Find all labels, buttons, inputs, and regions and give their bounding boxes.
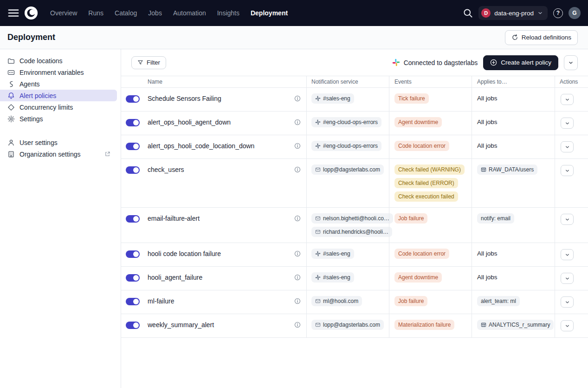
alert-policy-row: hooli code location failure#sales-engCod… bbox=[121, 243, 588, 267]
name-cell: Schedule Sensors Failing bbox=[144, 88, 306, 111]
applies-to-text: All jobs bbox=[477, 250, 498, 257]
reload-definitions-label: Reload definitions bbox=[522, 34, 571, 41]
events-cell: Check failed (WARNING)Check failed (ERRO… bbox=[389, 159, 472, 207]
actions-cell bbox=[555, 159, 588, 207]
chevron-down-icon bbox=[565, 276, 570, 281]
policy-enabled-toggle[interactable] bbox=[126, 95, 140, 103]
sidebar-item-environment-variables[interactable]: Environment variables bbox=[0, 66, 117, 78]
slack-channel-tag: #eng-cloud-ops-errors bbox=[311, 141, 381, 151]
sidebar-item-alert-policies[interactable]: Alert policies bbox=[0, 90, 117, 101]
table-icon bbox=[481, 167, 486, 172]
bell-icon bbox=[7, 92, 15, 99]
slack-gray-icon bbox=[315, 251, 321, 256]
slack-icon bbox=[392, 59, 400, 66]
sidebar-item-label: Agents bbox=[19, 80, 40, 88]
folder-icon bbox=[7, 57, 15, 65]
user-avatar[interactable]: G bbox=[569, 7, 581, 19]
row-actions-button[interactable] bbox=[561, 94, 574, 105]
info-icon[interactable] bbox=[294, 166, 301, 173]
workspace-switcher[interactable]: D data-eng-prod bbox=[478, 6, 548, 20]
policy-name: email-failture-alert bbox=[148, 215, 200, 222]
name-cell: ml-failure bbox=[144, 290, 306, 314]
filter-button[interactable]: Filter bbox=[131, 56, 166, 69]
info-icon[interactable] bbox=[294, 119, 301, 125]
header-toggle bbox=[121, 76, 144, 87]
slack-connection-status: Connected to dagsterlabs bbox=[392, 59, 478, 66]
more-options-button[interactable] bbox=[564, 55, 578, 70]
policy-enabled-toggle[interactable] bbox=[126, 322, 140, 329]
row-actions-button[interactable] bbox=[561, 118, 574, 129]
email-tag: ml@hooli.com bbox=[311, 296, 362, 306]
nav-item-deployment[interactable]: Deployment bbox=[246, 7, 292, 20]
nav-item-jobs[interactable]: Jobs bbox=[143, 7, 167, 20]
events-cell: Job failure bbox=[389, 290, 472, 314]
row-actions-button[interactable] bbox=[561, 214, 574, 225]
slack-channel-tag: #eng-cloud-ops-errors bbox=[311, 117, 381, 127]
header-events: Events bbox=[389, 76, 472, 87]
notification-service-cell: ml@hooli.com bbox=[306, 290, 389, 314]
sidebar-item-code-locations[interactable]: Code locations bbox=[0, 55, 117, 66]
sidebar-footer-group: User settingsOrganization settings bbox=[0, 137, 121, 160]
info-icon[interactable] bbox=[294, 298, 301, 304]
row-actions-button[interactable] bbox=[561, 165, 574, 176]
info-icon[interactable] bbox=[294, 95, 301, 102]
event-tag: Job failure bbox=[394, 213, 427, 224]
toggle-cell bbox=[121, 208, 144, 243]
nav-item-overview[interactable]: Overview bbox=[45, 7, 82, 20]
nav-item-catalog[interactable]: Catalog bbox=[110, 7, 142, 20]
sidebar-item-organization-settings[interactable]: Organization settings bbox=[0, 148, 117, 160]
actions-cell bbox=[555, 88, 588, 111]
info-icon[interactable] bbox=[294, 143, 301, 149]
sidebar-item-agents[interactable]: Agents bbox=[0, 78, 117, 90]
row-actions-button[interactable] bbox=[561, 320, 574, 331]
policy-enabled-toggle[interactable] bbox=[126, 250, 140, 258]
info-icon[interactable] bbox=[294, 250, 301, 257]
sidebar-item-settings[interactable]: Settings bbox=[0, 113, 117, 125]
row-actions-button[interactable] bbox=[561, 249, 574, 260]
reload-definitions-button[interactable]: Reload definitions bbox=[505, 30, 578, 45]
slack-channel-tag: #sales-eng bbox=[311, 93, 354, 104]
events-cell: Code location error bbox=[389, 243, 472, 266]
policy-name: Schedule Sensors Failing bbox=[148, 95, 221, 102]
notification-label: ml@hooli.com bbox=[323, 298, 358, 304]
actions-cell bbox=[555, 208, 588, 243]
dagster-logo[interactable] bbox=[24, 6, 38, 20]
sidebar-main-group: Code locationsEnvironment variablesAgent… bbox=[0, 55, 121, 125]
applies-to-label: notify: email bbox=[481, 215, 510, 222]
info-icon[interactable] bbox=[294, 322, 301, 328]
nav-item-insights[interactable]: Insights bbox=[213, 7, 244, 20]
policy-enabled-toggle[interactable] bbox=[126, 274, 140, 282]
nav-item-automation[interactable]: Automation bbox=[168, 7, 211, 20]
alert-policy-row: hooli_agent_failure#sales-engAgent downt… bbox=[121, 267, 588, 290]
help-icon[interactable]: ? bbox=[553, 8, 563, 18]
row-actions-button[interactable] bbox=[561, 273, 574, 284]
menu-icon[interactable] bbox=[7, 7, 19, 19]
policy-enabled-toggle[interactable] bbox=[126, 215, 140, 223]
search-icon[interactable] bbox=[463, 8, 473, 18]
policy-name: alert_ops_hooli_agent_down bbox=[148, 118, 231, 126]
info-icon[interactable] bbox=[294, 215, 301, 222]
notification-service-cell: nelson.bighetti@hooli.co…richard.hendric… bbox=[306, 208, 389, 243]
info-icon[interactable] bbox=[294, 274, 301, 281]
create-alert-policy-label: Create alert policy bbox=[501, 59, 551, 66]
row-actions-button[interactable] bbox=[561, 296, 574, 308]
page-title: Deployment bbox=[7, 33, 55, 42]
policy-enabled-toggle[interactable] bbox=[126, 143, 140, 150]
policy-name: weekly_summary_alert bbox=[148, 321, 214, 329]
notification-label: #sales-eng bbox=[323, 250, 350, 257]
sidebar-item-concurrency-limits[interactable]: Concurrency limits bbox=[0, 101, 117, 113]
event-tag: Check failed (WARNING) bbox=[394, 164, 465, 175]
applies-to-cell: All jobs bbox=[472, 88, 555, 111]
policy-enabled-toggle[interactable] bbox=[126, 166, 140, 174]
sidebar-item-user-settings[interactable]: User settings bbox=[0, 137, 117, 148]
alert-policy-row: Schedule Sensors Failing#sales-engTick f… bbox=[121, 88, 588, 112]
row-actions-button[interactable] bbox=[561, 141, 574, 152]
event-tag: Check failed (ERROR) bbox=[394, 178, 458, 188]
notification-label: #sales-eng bbox=[323, 274, 350, 281]
alert-policy-row: weekly_summary_alertlopp@dagsterlabs.com… bbox=[121, 314, 588, 338]
nav-item-runs[interactable]: Runs bbox=[84, 7, 108, 20]
toggle-cell bbox=[121, 314, 144, 337]
policy-enabled-toggle[interactable] bbox=[126, 298, 140, 305]
create-alert-policy-button[interactable]: Create alert policy bbox=[483, 55, 558, 70]
policy-enabled-toggle[interactable] bbox=[126, 119, 140, 126]
